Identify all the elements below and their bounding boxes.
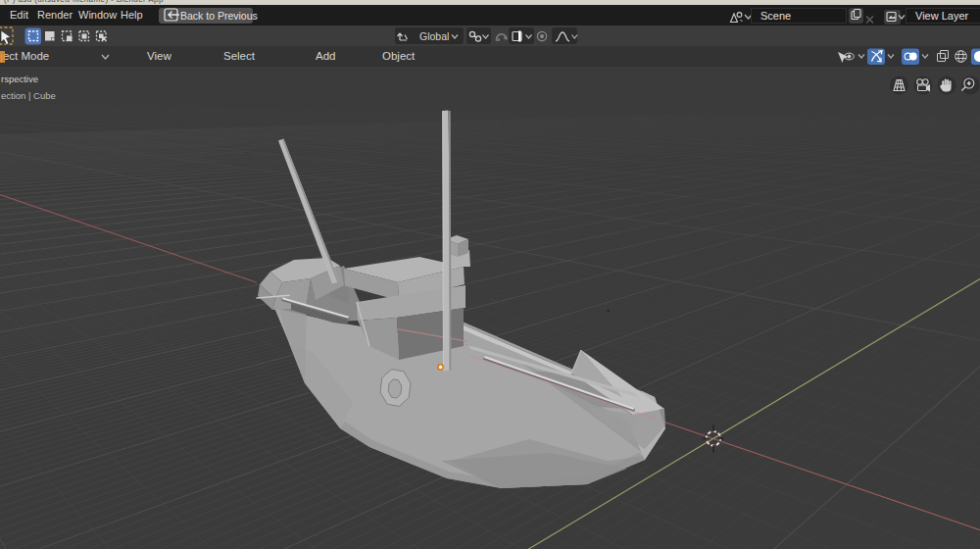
svg-text:Global: Global — [419, 30, 449, 42]
svg-text:rspective: rspective — [1, 74, 38, 84]
svg-text:ection | Cube: ection | Cube — [1, 90, 56, 101]
